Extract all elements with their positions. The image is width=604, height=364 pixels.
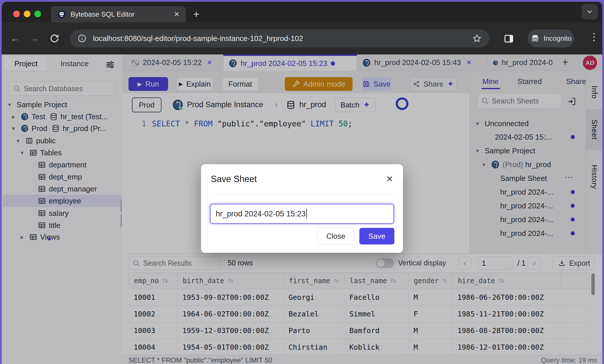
text-cursor xyxy=(306,209,307,219)
dialog-title: Save Sheet xyxy=(211,174,257,184)
save-sheet-dialog: Save Sheet ✕ hr_prod 2024-02-05 15:23 Cl… xyxy=(201,164,403,253)
chevron-down-icon xyxy=(586,8,593,15)
bytebase-favicon xyxy=(57,10,66,19)
back-icon[interactable]: ← xyxy=(10,33,20,44)
dialog-close-button[interactable]: Close xyxy=(317,228,355,244)
tab-search-chevron-button[interactable] xyxy=(582,4,598,19)
bytebase-sql-editor-app: Project Instance ▾ Sample Project ▸ Test xyxy=(2,54,602,364)
macos-close-button[interactable] xyxy=(13,11,20,17)
macos-zoom-button[interactable] xyxy=(34,11,41,17)
dialog-divider xyxy=(211,194,393,194)
incognito-label: Incognito xyxy=(543,34,571,42)
new-tab-button[interactable]: + xyxy=(193,10,199,19)
dialog-close-icon[interactable]: ✕ xyxy=(386,174,393,184)
url-bar[interactable]: localhost:8080/sql-editor/prod-sample-in… xyxy=(70,30,489,47)
dialog-save-button[interactable]: Save xyxy=(359,228,394,244)
side-panel-icon[interactable] xyxy=(503,33,515,44)
sheet-name-value: hr_prod 2024-02-05 15:23 xyxy=(216,210,306,218)
reload-icon[interactable] xyxy=(49,33,60,44)
incognito-icon xyxy=(530,34,540,43)
bookmark-star-icon[interactable] xyxy=(472,34,482,43)
browser-tab-title: Bytebase SQL Editor xyxy=(71,10,169,18)
browser-menu-icon[interactable]: ⋮ xyxy=(589,31,599,42)
site-info-icon[interactable] xyxy=(77,34,87,43)
url-text: localhost:8080/sql-editor/prod-sample-in… xyxy=(93,34,466,43)
browser-titlebar: Bytebase SQL Editor ✕ + xyxy=(2,2,602,22)
browser-address-bar: ← → localhost:8080/sql-editor/prod-sampl… xyxy=(2,22,602,54)
browser-tab[interactable]: Bytebase SQL Editor ✕ xyxy=(51,6,186,22)
browser-tab-close-icon[interactable]: ✕ xyxy=(174,10,180,18)
forward-icon[interactable]: → xyxy=(29,33,39,44)
incognito-badge: Incognito xyxy=(528,30,574,47)
macos-minimize-button[interactable] xyxy=(24,11,30,17)
screenshot-root: Bytebase SQL Editor ✕ + ← → localhost:80… xyxy=(0,0,604,364)
browser-window: Bytebase SQL Editor ✕ + ← → localhost:80… xyxy=(2,2,602,364)
sheet-name-input[interactable]: hr_prod 2024-02-05 15:23 xyxy=(210,204,394,224)
